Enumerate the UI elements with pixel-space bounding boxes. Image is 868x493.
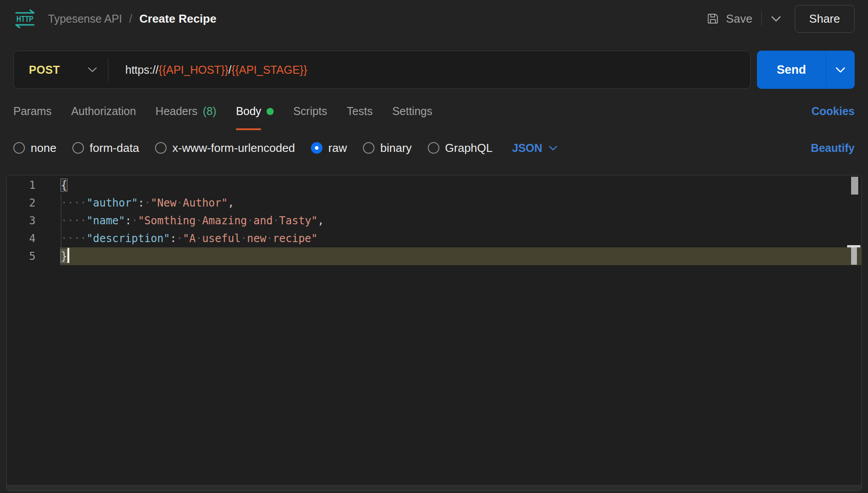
editor-lines: 1{2····"author":·"New·Author",3····"name…: [7, 175, 861, 265]
radio-binary[interactable]: binary: [363, 141, 412, 155]
code-line-content[interactable]: ····"name":·"Somthing·Amazing·and·Tasty"…: [60, 212, 861, 230]
send-button-group: Send: [757, 51, 855, 89]
horizontal-scrollbar[interactable]: [7, 485, 861, 491]
radio-circle: [428, 142, 439, 154]
save-options-chevron[interactable]: [771, 16, 781, 22]
send-button[interactable]: Send: [757, 51, 826, 89]
beautify-link[interactable]: Beautify: [811, 142, 855, 155]
headers-count-badge: (8): [203, 105, 217, 118]
line-number: 3: [7, 212, 60, 230]
radio-circle-selected: [311, 142, 323, 154]
cookies-link[interactable]: Cookies: [812, 100, 855, 130]
raw-language-dropdown[interactable]: JSON: [512, 142, 557, 155]
body-code-editor[interactable]: 1{2····"author":·"New·Author",3····"name…: [6, 175, 862, 491]
radio-circle: [13, 142, 25, 154]
code-line-content[interactable]: }: [60, 247, 861, 265]
line-number: 2: [7, 194, 60, 212]
vertical-scrollbar-thumb[interactable]: [851, 177, 858, 195]
tab-authorization[interactable]: Authorization: [71, 100, 136, 130]
tab-scripts[interactable]: Scripts: [293, 100, 327, 130]
breadcrumb-separator: /: [129, 12, 132, 25]
code-line[interactable]: 5}: [7, 247, 861, 265]
url-variable-stage: {{API_STAGE}}: [231, 64, 307, 76]
share-button[interactable]: Share: [795, 5, 855, 33]
code-line[interactable]: 2····"author":·"New·Author",: [7, 194, 861, 212]
tab-body[interactable]: Body: [236, 100, 274, 130]
line-number: 4: [7, 230, 60, 247]
radio-none[interactable]: none: [13, 141, 56, 155]
body-type-row: none form-data x-www-form-urlencoded raw…: [13, 135, 855, 160]
http-request-icon: HTTP: [13, 8, 36, 29]
radio-raw[interactable]: raw: [311, 141, 347, 155]
request-tabs-row: Params Authorization Headers(8) Body Scr…: [13, 100, 855, 130]
code-line[interactable]: 4····"description":·"A·useful·new·recipe…: [7, 230, 861, 247]
tab-settings[interactable]: Settings: [392, 100, 432, 130]
url-variable-host: {{API_HOST}}: [159, 64, 228, 76]
send-options-chevron[interactable]: [826, 51, 855, 89]
save-button[interactable]: Save: [706, 12, 752, 26]
code-line[interactable]: 3····"name":·"Somthing·Amazing·and·Tasty…: [7, 212, 861, 230]
url-bar: POST https://{{API_HOST}}/{{API_STAGE}}: [13, 51, 751, 89]
breadcrumb: Typesense API / Create Recipe: [48, 12, 216, 26]
method-selector[interactable]: POST: [14, 64, 108, 76]
radio-form-data[interactable]: form-data: [72, 141, 139, 155]
breadcrumb-request-title[interactable]: Create Recipe: [139, 12, 216, 26]
radio-x-www-form-urlencoded[interactable]: x-www-form-urlencoded: [155, 141, 295, 155]
radio-circle: [363, 142, 374, 154]
body-modified-dot: [267, 108, 274, 115]
code-line[interactable]: 1{: [7, 176, 861, 194]
indent-guide: [61, 194, 61, 247]
radio-graphql[interactable]: GraphQL: [428, 141, 493, 155]
save-label: Save: [726, 12, 752, 26]
url-input[interactable]: https://{{API_HOST}}/{{API_STAGE}}: [108, 64, 307, 76]
line-number: 5: [7, 247, 60, 265]
radio-circle: [72, 142, 84, 154]
tab-tests[interactable]: Tests: [347, 100, 373, 130]
text-cursor: [68, 248, 69, 263]
code-line-content[interactable]: {: [60, 176, 861, 194]
method-chevron-icon: [88, 67, 97, 73]
overview-ruler-cursor-bar: [851, 247, 857, 265]
save-icon: [706, 12, 720, 25]
radio-circle: [155, 142, 167, 154]
top-bar: HTTP Typesense API / Create Recipe Save …: [0, 0, 868, 37]
breadcrumb-collection[interactable]: Typesense API: [48, 12, 122, 25]
method-label: POST: [29, 64, 60, 76]
svg-text:HTTP: HTTP: [16, 14, 33, 24]
request-row: POST https://{{API_HOST}}/{{API_STAGE}} …: [13, 51, 855, 89]
save-divider: [761, 12, 762, 26]
code-line-content[interactable]: ····"author":·"New·Author",: [60, 194, 861, 212]
line-number: 1: [7, 176, 60, 194]
tab-params[interactable]: Params: [13, 100, 52, 130]
language-chevron-icon: [549, 145, 557, 151]
code-line-content[interactable]: ····"description":·"A·useful·new·recipe": [60, 230, 861, 247]
tab-headers[interactable]: Headers(8): [155, 100, 216, 130]
